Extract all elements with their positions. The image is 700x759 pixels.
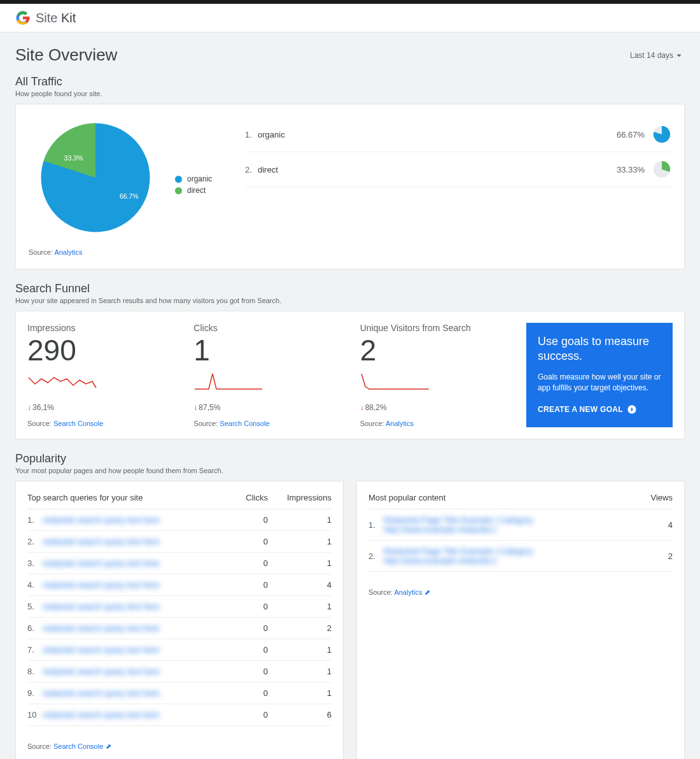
table-row: 3.redacted search query text here01	[27, 553, 332, 574]
table-row: 2.redacted search query text here01	[27, 531, 332, 553]
traffic-section-sub: How people found your site.	[15, 90, 685, 97]
search-console-link[interactable]: Search Console	[53, 420, 103, 427]
search-funnel-card: Impressions 290 ↓36,1% Source: Search Co…	[15, 311, 685, 439]
sparkline	[360, 370, 430, 395]
svg-text:66.7%: 66.7%	[120, 193, 139, 200]
down-arrow-icon: ↓	[360, 403, 364, 412]
funnel-section-sub: How your site appeared in Search results…	[15, 297, 685, 304]
product-name: Site Kit	[36, 11, 76, 25]
page-title: Site Overview	[15, 45, 117, 65]
visitors-col: Unique Visitors from Search 2 ↓88,2% Sou…	[360, 323, 519, 427]
query-link[interactable]: redacted search query text here	[43, 710, 217, 720]
down-arrow-icon: ↓	[193, 403, 197, 412]
table-row: 4.redacted search query text here04	[27, 574, 332, 596]
mini-pie-icon	[652, 125, 671, 144]
external-link-icon: ⬈	[424, 588, 430, 597]
traffic-row: 2. direct 33.33%	[245, 152, 671, 187]
table-row: 6.redacted search query text here02	[27, 618, 332, 639]
query-link[interactable]: redacted search query text here	[43, 623, 217, 633]
table-row: 7.redacted search query text here01	[27, 639, 332, 661]
pie-legend: organic direct	[175, 174, 212, 197]
popularity-section-sub: Your most popular pages and how people f…	[15, 467, 685, 474]
analytics-link[interactable]: Analytics	[386, 420, 414, 427]
popularity-section-title: Popularity	[15, 452, 685, 465]
table-row: 1.redacted search query text here01	[27, 509, 332, 531]
traffic-pie-chart: 33.3% 66.7%	[29, 117, 162, 238]
google-logo-icon	[15, 10, 31, 25]
table-row: 2.Redacted Page Title Example | Category…	[368, 541, 673, 572]
table-row: 5.redacted search query text here01	[27, 596, 332, 618]
analytics-link[interactable]: Analytics	[54, 248, 82, 256]
traffic-section-title: All Traffic	[15, 75, 685, 89]
query-link[interactable]: redacted search query text here	[43, 688, 217, 698]
app-header: Site Kit	[0, 4, 700, 32]
date-range-selector[interactable]: Last 14 days	[630, 50, 685, 61]
content-card: Most popular content Views 1.Redacted Pa…	[356, 481, 685, 759]
search-console-link[interactable]: Search Console	[220, 420, 269, 427]
query-link[interactable]: redacted search query text here	[43, 558, 217, 568]
traffic-source: Source: Analytics	[29, 248, 232, 256]
query-link[interactable]: redacted search query text here	[43, 667, 217, 676]
queries-card: Top search queries for your site Clicks …	[15, 481, 344, 759]
query-link[interactable]: redacted search query text here	[43, 645, 217, 655]
chevron-down-icon	[673, 50, 685, 61]
table-row: 1.Redacted Page Title Example | Category…	[368, 509, 673, 541]
goals-cta-box: Use goals to measure success. Goals meas…	[526, 323, 673, 427]
table-row: 10redacted search query text here06	[27, 704, 332, 726]
query-link[interactable]: redacted search query text here	[43, 515, 217, 525]
query-link[interactable]: redacted search query text here	[43, 602, 217, 611]
all-traffic-card: 33.3% 66.7% organic direct Source: Analy…	[15, 104, 685, 269]
table-row: 8.redacted search query text here01	[27, 661, 332, 683]
query-link[interactable]: redacted search query text here	[43, 580, 217, 590]
external-link-icon: ⬈	[106, 742, 111, 751]
arrow-right-circle-icon	[627, 404, 637, 415]
table-row: 9.redacted search query text here01	[27, 683, 332, 704]
content-link[interactable]: Redacted Page Title Example | Categoryht…	[384, 515, 609, 534]
search-console-link[interactable]: Search Console	[53, 742, 103, 750]
query-link[interactable]: redacted search query text here	[43, 537, 217, 546]
clicks-col: Clicks 1 ↓87,5% Source: Search Console	[193, 323, 352, 427]
impressions-col: Impressions 290 ↓36,1% Source: Search Co…	[27, 323, 186, 427]
traffic-row: 1. organic 66.67%	[245, 117, 671, 152]
mini-pie-icon	[652, 160, 671, 179]
create-goal-button[interactable]: CREATE A NEW GOAL	[538, 404, 661, 415]
analytics-link[interactable]: Analytics	[394, 588, 422, 596]
content-link[interactable]: Redacted Page Title Example | Categoryht…	[384, 546, 609, 565]
down-arrow-icon: ↓	[27, 403, 31, 412]
funnel-section-title: Search Funnel	[15, 282, 685, 295]
sparkline	[193, 370, 263, 395]
svg-text:33.3%: 33.3%	[64, 155, 83, 162]
sparkline	[27, 370, 97, 395]
